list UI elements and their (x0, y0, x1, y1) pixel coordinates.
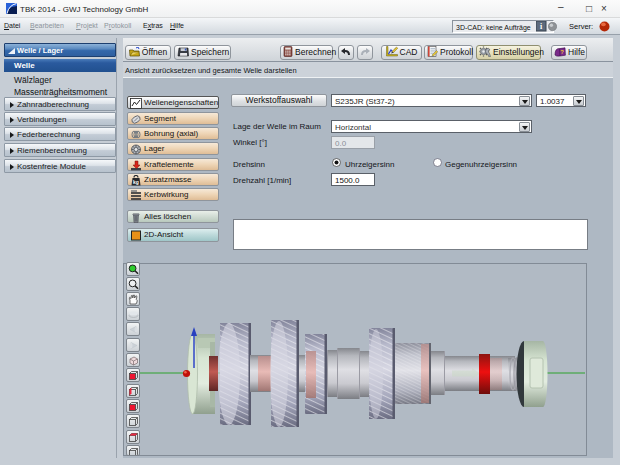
svg-text:?: ? (560, 49, 564, 55)
svg-text:kg: kg (133, 179, 139, 185)
